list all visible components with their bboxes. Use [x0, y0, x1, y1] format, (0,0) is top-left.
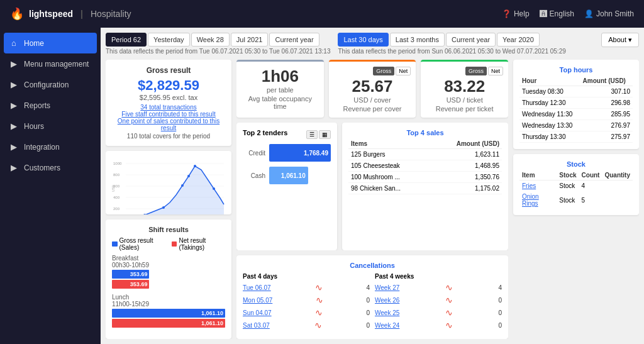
sidebar-item-menu[interactable]: ▶ Menu management: [0, 53, 101, 74]
sales-item: 100 Mushroom ...: [348, 172, 430, 183]
sales-col-amount: Amount (USD): [430, 139, 502, 149]
cancel-date-mon[interactable]: Mon 05.07: [243, 297, 272, 304]
stat-cover-label: Revenue per cover: [334, 105, 411, 113]
help-label: Help: [514, 9, 530, 18]
legend-gross-icon: [112, 241, 118, 247]
shift-row-lunch: Lunch11h00-15h29 1,061.10 1,061.10: [112, 294, 225, 328]
stock-count-fries: 4: [579, 180, 602, 192]
cancel-row-sat: Sat 03.07 ∿ 0: [243, 320, 370, 330]
cancel-title: Cancellations: [243, 262, 502, 269]
shift-title: Shift results: [112, 226, 225, 233]
cancel-num-tue: 4: [366, 284, 370, 291]
tender-cash-row: Cash 1,061.10: [243, 167, 331, 184]
stock-card: Stock Item Stock Count Quantity: [513, 154, 639, 215]
integration-icon: ▶: [9, 142, 19, 152]
sidebar-label-integration: Integration: [24, 143, 60, 152]
cancel-date-tue[interactable]: Tue 06.07: [243, 284, 271, 291]
stat-occupancy-value: 1h06: [242, 67, 319, 86]
stat-occupancy: 1h06 per table Avg table occupancy time: [236, 60, 324, 118]
gross-net-cover: Gross Net: [334, 67, 411, 75]
table-row: Thursday 12:30 296.98: [519, 97, 633, 109]
hour-label: Tuesday 08:30: [519, 86, 580, 97]
shift-results-card: Shift results Gross result (Sales) Net r…: [106, 219, 231, 339]
net-btn-ticket[interactable]: Net: [488, 67, 503, 75]
tab-yesterday[interactable]: Yesterday: [148, 33, 190, 47]
gross-btn-ticket[interactable]: Gross: [465, 67, 487, 75]
sidebar-item-config[interactable]: ▶ Configuration: [0, 74, 101, 95]
help-button[interactable]: ❓ Help: [502, 9, 530, 18]
tender-credit-row: Credit 1,768.49: [243, 144, 331, 162]
about-button[interactable]: About ▾: [601, 33, 639, 47]
gross-links: 34 total transactions Five staff contrib…: [112, 104, 225, 131]
table-row: Fries Stock 4: [519, 180, 633, 192]
cancel-spark-tue: ∿: [315, 282, 323, 292]
stock-table: Item Stock Count Quantity Fries Stock: [519, 170, 633, 209]
tab-currentyear2[interactable]: Current year: [446, 33, 496, 47]
legend-gross-label: Gross result (Sales): [119, 237, 167, 251]
sales-amount: 1,350.76: [430, 172, 502, 183]
cancel-spark-w25: ∿: [445, 308, 453, 318]
cancel-date-w27[interactable]: Week 27: [375, 284, 399, 291]
tenders-icon-btns: ☰ ▦: [306, 130, 331, 139]
sidebar-item-home[interactable]: ⌂ Home: [4, 33, 97, 53]
cancel-past4days: Past 4 days Tue 06.07 ∿ 4 Mon 05.07 ∿ 0: [243, 273, 370, 333]
user-menu[interactable]: 👤 John Smith: [584, 9, 634, 18]
lunch-net-value: 1,061.10: [201, 320, 223, 326]
tab-period62[interactable]: Period 62: [106, 33, 147, 47]
stock-item-onionrings[interactable]: Onion Rings: [519, 191, 557, 209]
tab-year2020[interactable]: Year 2020: [497, 33, 540, 47]
stock-item-fries[interactable]: Fries: [519, 180, 557, 192]
cancel-spark-w26: ∿: [445, 295, 453, 305]
tenders-list-btn[interactable]: ☰: [306, 130, 318, 139]
sidebar-item-integration[interactable]: ▶ Integration: [0, 136, 101, 157]
cancel-date-w24[interactable]: Week 24: [375, 322, 399, 329]
tab-week28[interactable]: Week 28: [191, 33, 230, 47]
tab-last30[interactable]: Last 30 days: [338, 33, 388, 47]
transactions-link[interactable]: 34 total transactions: [112, 104, 225, 111]
hour-amount: 307.10: [580, 86, 633, 97]
svg-text:400: 400: [113, 196, 120, 199]
cancel-date-w26[interactable]: Week 26: [375, 297, 399, 304]
stock-qty-onionrings: [602, 191, 633, 209]
tab-last3months[interactable]: Last 3 months: [390, 33, 445, 47]
cancel-date-sun[interactable]: Sun 04.07: [243, 309, 272, 316]
comparison-group: Last 30 days Last 3 months Current year …: [338, 33, 565, 55]
period-group: Period 62 Yesterday Week 28 Jul 2021 Cur…: [106, 33, 330, 55]
cancel-num-w25: 0: [498, 309, 502, 316]
lunch-net-bar-container: 1,061.10: [112, 319, 225, 328]
svg-point-19: [213, 187, 215, 190]
table-row: 98 Chicken San... 1,175.02: [348, 183, 502, 194]
sidebar-label-home: Home: [24, 39, 44, 48]
gross-btn-cover[interactable]: Gross: [373, 67, 394, 75]
stat-ticket-label: Revenue per ticket: [426, 105, 503, 113]
sidebar-item-reports[interactable]: ▶ Reports: [0, 95, 101, 116]
cancel-date-w25[interactable]: Week 25: [375, 309, 399, 316]
hours-icon: ▶: [9, 121, 19, 131]
tender-credit-amount: 1,768.49: [304, 150, 328, 157]
sidebar-item-hours[interactable]: ▶ Hours: [0, 116, 101, 136]
tenders-chart-btn[interactable]: ▦: [319, 130, 331, 139]
legend-gross: Gross result (Sales): [112, 237, 167, 251]
svg-text:200: 200: [113, 207, 120, 211]
gross-amount: $2,829.59: [112, 77, 225, 94]
cancel-row-w24: Week 24 ∿ 0: [375, 320, 502, 330]
staff-link[interactable]: Five staff contributed to this result: [112, 111, 225, 118]
sidebar-item-customers[interactable]: ▶ Customers: [0, 157, 101, 178]
about-area: About ▾: [601, 33, 639, 47]
pos-link[interactable]: One point of sales contributed to this r…: [112, 118, 225, 131]
language-icon: 🅰: [540, 9, 547, 18]
shift-lunch-label: Lunch11h00-15h29: [112, 294, 225, 308]
net-btn-cover[interactable]: Net: [396, 67, 411, 75]
cancel-date-sat[interactable]: Sat 03.07: [243, 322, 270, 329]
legend-net: Net result (Takings): [172, 237, 225, 251]
hour-amount: 276.97: [580, 120, 633, 131]
tab-jul2021[interactable]: Jul 2021: [231, 33, 269, 47]
stock-count-onionrings: 5: [579, 191, 602, 209]
main-content: Period 62 Yesterday Week 28 Jul 2021 Cur…: [101, 28, 644, 344]
cancel-num-sun: 0: [366, 309, 370, 316]
cancel-row-mon: Mon 05.07 ∿ 0: [243, 295, 370, 305]
hour-label: Wednesday 13:30: [519, 120, 580, 131]
tab-currentyear[interactable]: Current year: [269, 33, 319, 47]
language-button[interactable]: 🅰 English: [540, 9, 574, 18]
cancel-num-w27: 4: [498, 284, 502, 291]
